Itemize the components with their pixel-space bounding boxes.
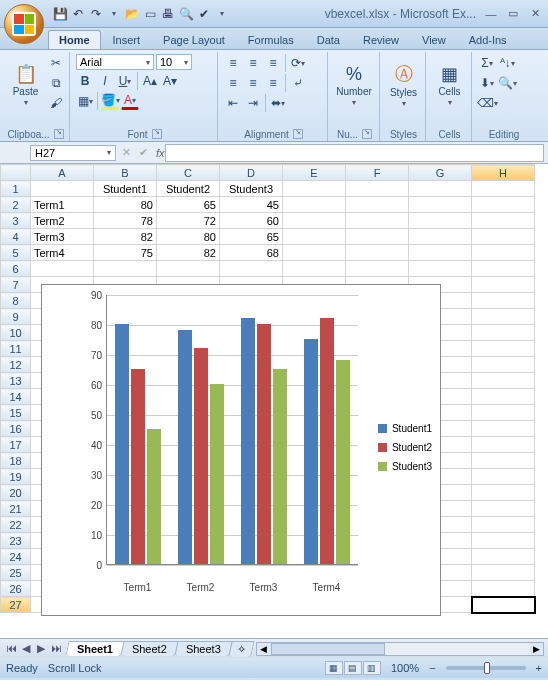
cell-D5[interactable]: 68 xyxy=(220,245,283,261)
select-all-corner[interactable] xyxy=(1,165,31,181)
row-header-23[interactable]: 23 xyxy=(1,533,31,549)
enter-formula-icon[interactable]: ✔ xyxy=(139,146,148,159)
align-middle-icon[interactable]: ≡ xyxy=(244,54,262,72)
wrap-text-icon[interactable]: ⤶ xyxy=(289,74,307,92)
italic-button[interactable]: I xyxy=(96,72,114,90)
cell-H8[interactable] xyxy=(472,293,535,309)
column-header-C[interactable]: C xyxy=(157,165,220,181)
row-header-9[interactable]: 9 xyxy=(1,309,31,325)
row-header-1[interactable]: 1 xyxy=(1,181,31,197)
page-break-view-icon[interactable]: ▥ xyxy=(363,661,381,675)
cell-E6[interactable] xyxy=(283,261,346,277)
column-header-D[interactable]: D xyxy=(220,165,283,181)
cell-H2[interactable] xyxy=(472,197,535,213)
cell-A1[interactable] xyxy=(31,181,94,197)
cell-F6[interactable] xyxy=(346,261,409,277)
bold-button[interactable]: B xyxy=(76,72,94,90)
cell-A4[interactable]: Term3 xyxy=(31,229,94,245)
last-sheet-icon[interactable]: ⏭ xyxy=(49,642,63,655)
align-bottom-icon[interactable]: ≡ xyxy=(264,54,282,72)
page-layout-view-icon[interactable]: ▤ xyxy=(344,661,362,675)
cell-C4[interactable]: 80 xyxy=(157,229,220,245)
number-launcher[interactable] xyxy=(362,129,372,139)
prev-sheet-icon[interactable]: ◀ xyxy=(19,642,33,655)
cell-F5[interactable] xyxy=(346,245,409,261)
cell-H25[interactable] xyxy=(472,565,535,581)
cell-H17[interactable] xyxy=(472,437,535,453)
clear-icon[interactable]: ⌫▾ xyxy=(478,94,496,112)
first-sheet-icon[interactable]: ⏮ xyxy=(4,642,18,655)
row-header-20[interactable]: 20 xyxy=(1,485,31,501)
sheet-tab-3[interactable]: Sheet3 xyxy=(174,641,232,656)
new-icon[interactable]: ▭ xyxy=(142,6,158,22)
row-header-2[interactable]: 2 xyxy=(1,197,31,213)
clipboard-launcher[interactable] xyxy=(54,129,64,139)
underline-button[interactable]: U▾ xyxy=(116,72,134,90)
cell-E1[interactable] xyxy=(283,181,346,197)
cell-A3[interactable]: Term2 xyxy=(31,213,94,229)
cell-F2[interactable] xyxy=(346,197,409,213)
cell-H1[interactable] xyxy=(472,181,535,197)
increase-font-icon[interactable]: A▴ xyxy=(141,72,159,90)
fx-icon[interactable]: fx xyxy=(156,147,165,159)
zoom-slider[interactable] xyxy=(446,666,526,670)
cell-G4[interactable] xyxy=(409,229,472,245)
cell-H22[interactable] xyxy=(472,517,535,533)
cell-H5[interactable] xyxy=(472,245,535,261)
cell-B5[interactable]: 75 xyxy=(94,245,157,261)
cell-H15[interactable] xyxy=(472,405,535,421)
cell-C2[interactable]: 65 xyxy=(157,197,220,213)
cell-C6[interactable] xyxy=(157,261,220,277)
tab-insert[interactable]: Insert xyxy=(102,30,152,49)
zoom-level[interactable]: 100% xyxy=(391,662,419,674)
embedded-chart[interactable]: 0102030405060708090 Term1Term2Term3Term4… xyxy=(41,284,441,616)
row-header-5[interactable]: 5 xyxy=(1,245,31,261)
print-preview-icon[interactable]: 🔍 xyxy=(178,6,194,22)
decrease-font-icon[interactable]: A▾ xyxy=(161,72,179,90)
cell-B2[interactable]: 80 xyxy=(94,197,157,213)
cell-H4[interactable] xyxy=(472,229,535,245)
cell-H13[interactable] xyxy=(472,373,535,389)
cell-F3[interactable] xyxy=(346,213,409,229)
paste-button[interactable]: 📋Paste▾ xyxy=(6,54,45,116)
cell-B1[interactable]: Student1 xyxy=(94,181,157,197)
cell-G3[interactable] xyxy=(409,213,472,229)
normal-view-icon[interactable]: ▦ xyxy=(325,661,343,675)
font-size-combo[interactable]: 10▾ xyxy=(156,54,192,70)
worksheet[interactable]: ABCDEFGH1Student1Student2Student32Term18… xyxy=(0,164,548,638)
styles-button[interactable]: ⒶStyles▾ xyxy=(386,54,421,116)
cell-H18[interactable] xyxy=(472,453,535,469)
copy-icon[interactable]: ⧉ xyxy=(47,74,65,92)
cell-G1[interactable] xyxy=(409,181,472,197)
next-sheet-icon[interactable]: ▶ xyxy=(34,642,48,655)
formula-bar[interactable] xyxy=(165,144,544,162)
row-header-4[interactable]: 4 xyxy=(1,229,31,245)
decrease-indent-icon[interactable]: ⇤ xyxy=(224,94,242,112)
quick-print-icon[interactable]: 🖶 xyxy=(160,6,176,22)
name-box[interactable]: H27▾ xyxy=(30,145,116,161)
cell-H12[interactable] xyxy=(472,357,535,373)
sort-filter-icon[interactable]: ᴬ↓▾ xyxy=(498,54,516,72)
tab-home[interactable]: Home xyxy=(48,30,101,49)
spellcheck-icon[interactable]: ✔ xyxy=(196,6,212,22)
sheet-tab-2[interactable]: Sheet2 xyxy=(120,641,178,656)
row-header-11[interactable]: 11 xyxy=(1,341,31,357)
cell-E5[interactable] xyxy=(283,245,346,261)
column-header-B[interactable]: B xyxy=(94,165,157,181)
cell-H21[interactable] xyxy=(472,501,535,517)
tab-page-layout[interactable]: Page Layout xyxy=(152,30,236,49)
row-header-10[interactable]: 10 xyxy=(1,325,31,341)
cell-E2[interactable] xyxy=(283,197,346,213)
tab-data[interactable]: Data xyxy=(306,30,351,49)
save-icon[interactable]: 💾 xyxy=(52,6,68,22)
open-icon[interactable]: 📂 xyxy=(124,6,140,22)
new-sheet-button[interactable]: ✧ xyxy=(228,641,254,657)
font-color-button[interactable]: A▾ xyxy=(121,92,139,110)
tab-review[interactable]: Review xyxy=(352,30,410,49)
border-button[interactable]: ▦▾ xyxy=(76,92,94,110)
column-header-F[interactable]: F xyxy=(346,165,409,181)
format-painter-icon[interactable]: 🖌 xyxy=(47,94,65,112)
row-header-17[interactable]: 17 xyxy=(1,437,31,453)
row-header-27[interactable]: 27 xyxy=(1,597,31,613)
cell-D3[interactable]: 60 xyxy=(220,213,283,229)
